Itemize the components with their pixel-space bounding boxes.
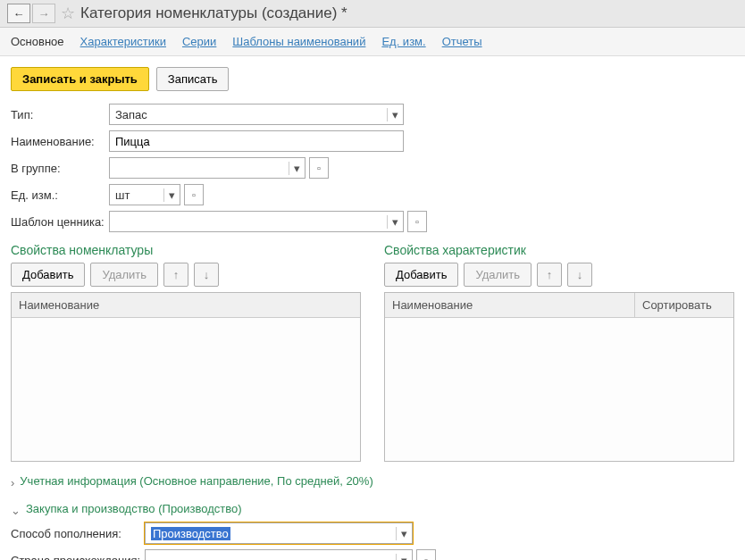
characteristics-delete-button[interactable]: Удалить xyxy=(464,263,532,287)
titlebar: ← → ☆ Категория номенклатуры (создание) … xyxy=(0,0,745,28)
chevron-down-icon[interactable]: ▾ xyxy=(396,554,412,561)
replenish-dropdown[interactable]: Производство ▾ xyxy=(145,522,413,544)
characteristics-props-title: Свойства характеристик xyxy=(384,243,734,257)
favorite-star-icon[interactable]: ☆ xyxy=(61,4,75,23)
chevron-down-icon[interactable]: ▾ xyxy=(396,527,412,540)
nomenclature-grid: Наименование xyxy=(11,292,361,462)
unit-value: шт xyxy=(110,188,163,202)
country-dropdown[interactable]: ▾ xyxy=(145,549,413,560)
purchase-section-title: Закупка и производство (Производство) xyxy=(26,502,242,515)
move-down-button[interactable]: ↓ xyxy=(194,263,219,287)
nomenclature-delete-button[interactable]: Удалить xyxy=(90,263,158,287)
move-up-button[interactable]: ↑ xyxy=(163,263,188,287)
accounting-section-title: Учетная информация (Основное направление… xyxy=(20,474,372,488)
tab-bar: Основное Характеристики Серии Шаблоны на… xyxy=(0,28,745,56)
nomenclature-add-button[interactable]: Добавить xyxy=(11,263,85,287)
tab-series[interactable]: Серии xyxy=(182,35,216,48)
nav-forward-button[interactable]: → xyxy=(32,4,55,23)
group-label: В группе: xyxy=(11,162,109,175)
chevron-down-icon[interactable]: ▾ xyxy=(163,188,180,202)
save-button[interactable]: Записать xyxy=(156,67,230,91)
type-label: Тип: xyxy=(11,108,109,121)
nomenclature-col-name[interactable]: Наименование xyxy=(12,293,360,317)
chevron-down-icon[interactable]: ▾ xyxy=(387,108,403,121)
page-title: Категория номенклатуры (создание) * xyxy=(80,4,347,22)
nav-back-button[interactable]: ← xyxy=(7,4,30,23)
characteristics-grid: Наименование Сортировать xyxy=(384,292,734,462)
accounting-section-toggle[interactable]: › Учетная информация (Основное направлен… xyxy=(11,474,734,489)
unit-dropdown[interactable]: шт ▾ xyxy=(109,184,180,205)
type-value: Запас xyxy=(110,108,387,121)
tab-characteristics[interactable]: Характеристики xyxy=(80,35,166,48)
unit-open-button[interactable]: ▫ xyxy=(184,184,204,205)
type-dropdown[interactable]: Запас ▾ xyxy=(109,104,404,125)
save-and-close-button[interactable]: Записать и закрыть xyxy=(11,67,149,91)
tab-name-templates[interactable]: Шаблоны наименований xyxy=(232,35,365,48)
chevron-right-icon: › xyxy=(11,476,14,489)
nomenclature-grid-body[interactable] xyxy=(12,318,360,461)
main-toolbar: Записать и закрыть Записать xyxy=(11,67,734,91)
tab-main[interactable]: Основное xyxy=(11,35,64,48)
price-template-dropdown[interactable]: ▾ xyxy=(109,211,404,232)
characteristics-grid-body[interactable] xyxy=(385,318,733,461)
replenish-value: Производство xyxy=(146,527,396,540)
move-up-button[interactable]: ↑ xyxy=(537,263,562,287)
country-label: Страна происхождения: xyxy=(11,554,145,561)
characteristics-col-sort[interactable]: Сортировать xyxy=(635,293,733,317)
price-template-label: Шаблон ценника: xyxy=(11,215,109,229)
chevron-down-icon[interactable]: ▾ xyxy=(289,162,305,175)
tab-reports[interactable]: Отчеты xyxy=(442,35,482,48)
purchase-section-toggle[interactable]: ⌄ Закупка и производство (Производство) xyxy=(11,502,734,517)
chevron-down-icon: ⌄ xyxy=(11,504,21,517)
group-dropdown[interactable]: ▾ xyxy=(109,157,306,179)
name-input[interactable] xyxy=(109,130,404,152)
replenish-label: Способ пополнения: xyxy=(11,527,145,540)
unit-label: Ед. изм.: xyxy=(11,188,109,202)
move-down-button[interactable]: ↓ xyxy=(567,263,592,287)
characteristics-add-button[interactable]: Добавить xyxy=(384,263,458,287)
country-open-button[interactable]: ▫ xyxy=(416,549,436,560)
characteristics-col-name[interactable]: Наименование xyxy=(385,293,635,317)
nomenclature-props-title: Свойства номенклатуры xyxy=(11,243,361,257)
tab-units[interactable]: Ед. изм. xyxy=(381,35,425,48)
price-template-open-button[interactable]: ▫ xyxy=(407,211,427,232)
chevron-down-icon[interactable]: ▾ xyxy=(387,215,403,229)
name-label: Наименование: xyxy=(11,135,109,148)
group-open-button[interactable]: ▫ xyxy=(309,157,329,179)
